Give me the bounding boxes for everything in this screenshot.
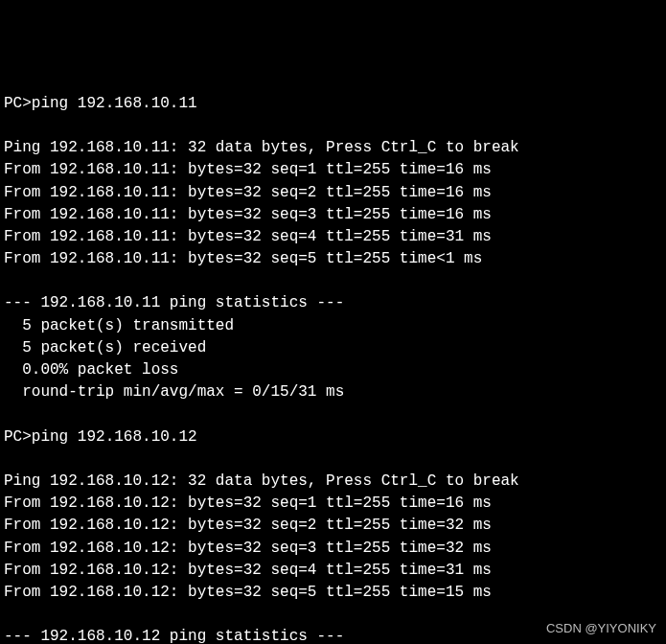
stats-line: 5 packet(s) received xyxy=(4,339,206,356)
prompt-1: PC> xyxy=(4,95,32,112)
stats-line: round-trip min/avg/max = 0/15/31 ms xyxy=(4,383,344,401)
ping-reply: From 192.168.10.12: bytes=32 seq=2 ttl=2… xyxy=(4,517,492,534)
ping-reply: From 192.168.10.12: bytes=32 seq=3 ttl=2… xyxy=(4,540,492,557)
ping-reply: From 192.168.10.11: bytes=32 seq=5 ttl=2… xyxy=(4,250,482,267)
ping-reply: From 192.168.10.12: bytes=32 seq=5 ttl=2… xyxy=(4,584,492,601)
stats-header-1: --- 192.168.10.11 ping statistics --- xyxy=(4,294,344,311)
stats-header-2: --- 192.168.10.12 ping statistics --- xyxy=(4,628,344,644)
ping-reply: From 192.168.10.11: bytes=32 seq=2 ttl=2… xyxy=(4,184,492,201)
ping-reply: From 192.168.10.11: bytes=32 seq=3 ttl=2… xyxy=(4,206,492,223)
ping-header-2: Ping 192.168.10.12: 32 data bytes, Press… xyxy=(4,472,519,490)
command-2: ping 192.168.10.12 xyxy=(32,428,197,446)
stats-line: 5 packet(s) transmitted xyxy=(4,317,234,334)
stats-line: 0.00% packet loss xyxy=(4,361,178,379)
ping-reply: From 192.168.10.12: bytes=32 seq=1 ttl=2… xyxy=(4,494,492,512)
ping-header-1: Ping 192.168.10.11: 32 data bytes, Press… xyxy=(4,139,519,156)
ping-reply: From 192.168.10.11: bytes=32 seq=4 ttl=2… xyxy=(4,228,492,245)
prompt-2: PC> xyxy=(4,428,32,446)
ping-reply: From 192.168.10.11: bytes=32 seq=1 ttl=2… xyxy=(4,161,492,178)
ping-reply: From 192.168.10.12: bytes=32 seq=4 ttl=2… xyxy=(4,562,492,579)
watermark: CSDN @YIYONIKY xyxy=(546,620,656,638)
command-1: ping 192.168.10.11 xyxy=(32,95,197,112)
terminal-output: PC>ping 192.168.10.11 Ping 192.168.10.11… xyxy=(4,93,662,644)
